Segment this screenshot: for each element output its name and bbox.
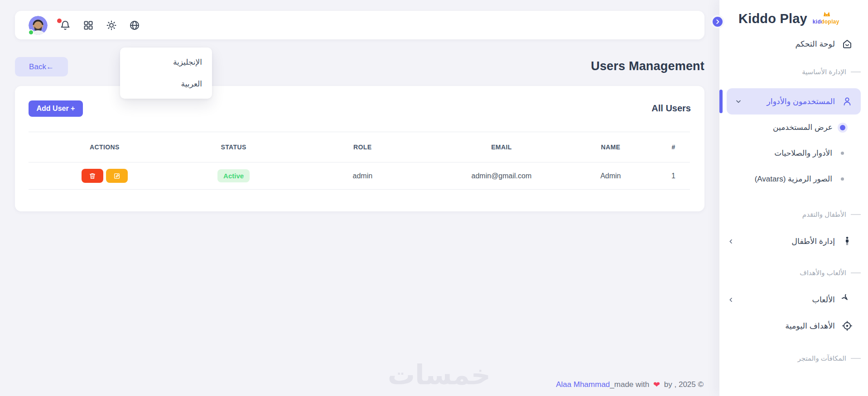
sidebar-item-label: الأهداف اليومية — [785, 321, 835, 331]
users-icon — [842, 96, 853, 107]
cell-email: admin@gmail.com — [439, 162, 564, 190]
cell-name: Admin — [564, 162, 657, 190]
trash-icon — [89, 172, 96, 180]
sidebar-item-label: الألعاب — [812, 295, 835, 305]
online-status-dot — [28, 29, 34, 35]
sidebar-item-users-roles[interactable]: المستخدمون والأدوار — [727, 88, 861, 115]
sidebar-item-label: لوحة التحكم — [795, 39, 835, 49]
bullet-dot — [841, 177, 844, 181]
sidebar-item-label: إدارة الأطفال — [791, 237, 835, 246]
language-option-english[interactable]: الإنجليزية — [120, 52, 212, 72]
section-divider-dash — [851, 358, 861, 359]
globe-icon — [129, 20, 140, 31]
sidebar-subitem-roles-permissions[interactable]: الأدوار والصلاحيات — [719, 140, 868, 166]
sidebar-section-children-progress: الأطفال والتقدم — [719, 210, 868, 219]
target-icon — [842, 320, 853, 331]
sidebar-item-dashboard[interactable]: لوحة التحكم — [719, 33, 868, 54]
header-role: ROLE — [286, 132, 439, 162]
users-table: # NAME EMAIL ROLE STATUS ACTIONS 1 Admin… — [29, 132, 690, 190]
chevron-down-icon — [735, 98, 742, 105]
sidebar-section-rewards-store: المكافآت والمتجر — [719, 354, 868, 363]
section-label: الأطفال والتقدم — [802, 210, 846, 219]
cell-role: admin — [286, 162, 439, 190]
khamsat-watermark: خمسات — [382, 359, 491, 391]
sidebar-subitem-label: عرض المستخدمين — [773, 123, 833, 132]
cell-actions — [29, 162, 181, 190]
language-globe-button[interactable] — [129, 20, 140, 31]
all-users-heading: All Users — [651, 103, 691, 114]
section-divider-dash — [851, 214, 861, 215]
heart-icon: ❤ — [651, 380, 662, 390]
theme-toggle-button[interactable] — [106, 20, 117, 31]
language-option-arabic[interactable]: العربية — [120, 74, 212, 95]
language-dropdown-menu: الإنجليزية العربية — [120, 48, 212, 99]
games-icon — [842, 294, 853, 305]
sidebar-subitem-view-users[interactable]: عرض المستخدمين — [719, 115, 868, 140]
footer-suffix-text: by , 2025 © — [662, 380, 704, 389]
page-title: Users Management — [591, 59, 704, 73]
section-label: المكافآت والمتجر — [798, 354, 846, 363]
sidebar-item-games[interactable]: الألعاب — [719, 289, 868, 310]
sidebar-item-label: المستخدمون والأدوار — [767, 97, 835, 106]
sidebar-item-daily-goals[interactable]: الأهداف اليومية — [719, 315, 868, 336]
logo-wordmark: kiddoplay — [813, 19, 839, 25]
table-row: 1 Admin admin@gmail.com admin Active — [29, 162, 690, 190]
section-divider-dash — [851, 272, 861, 273]
header-actions: ACTIONS — [29, 132, 181, 162]
sidebar-nav: لوحة التحكم الإدارة الأساسية المستخدمون … — [719, 33, 868, 363]
home-icon — [842, 38, 853, 49]
footer-credit: Alaa Mhammad_made with ❤ by , 2025 © — [556, 380, 704, 390]
footer-made-with-text: _made with — [610, 380, 651, 389]
chevron-right-icon — [714, 19, 721, 25]
sidebar: Kiddo Play kiddoplay لوحة التحكم — [719, 0, 868, 396]
users-table-card: Add User + All Users # NAME EMAIL ROLE S… — [15, 86, 704, 211]
active-bullet-dot — [840, 125, 845, 130]
back-button[interactable]: Back← — [15, 57, 68, 76]
sidebar-subitem-avatars[interactable]: الصور الرمزية (Avatars) — [719, 166, 868, 192]
active-indicator-bar — [719, 90, 723, 113]
apps-grid-button[interactable] — [83, 20, 94, 31]
sidebar-active-item-wrap: المستخدمون والأدوار — [719, 88, 868, 115]
table-header-row: # NAME EMAIL ROLE STATUS ACTIONS — [29, 132, 690, 162]
sidebar-subitem-label: الأدوار والصلاحيات — [774, 148, 832, 158]
grid-icon — [83, 20, 94, 31]
section-divider-dash — [851, 72, 861, 72]
header-email: EMAIL — [439, 132, 564, 162]
delete-user-button[interactable] — [82, 169, 103, 183]
child-icon — [842, 236, 853, 247]
kiddoplay-logo: kiddoplay — [813, 12, 841, 26]
edit-pencil-icon — [113, 172, 121, 180]
brand-row: Kiddo Play kiddoplay — [738, 11, 868, 26]
sidebar-section-core-admin: الإدارة الأساسية — [719, 68, 868, 76]
notification-badge-dot — [57, 19, 62, 23]
users-table-wrapper: # NAME EMAIL ROLE STATUS ACTIONS 1 Admin… — [29, 132, 690, 190]
sidebar-collapse-button[interactable] — [711, 15, 724, 29]
chevron-left-icon — [728, 296, 734, 303]
notifications-bell-button[interactable] — [60, 20, 71, 31]
sun-icon — [106, 20, 117, 31]
user-avatar[interactable] — [29, 16, 48, 35]
main-content-area: الإنجليزية العربية Back← Users Managemen… — [0, 0, 719, 396]
brand-title: Kiddo Play — [738, 11, 807, 26]
header-name: NAME — [564, 132, 657, 162]
section-label: الألعاب والأهداف — [800, 269, 846, 277]
header-index: # — [657, 132, 690, 162]
add-user-button[interactable]: Add User + — [29, 100, 83, 117]
header-status: STATUS — [181, 132, 287, 162]
logo-mascot-icon — [823, 11, 831, 17]
cell-index: 1 — [657, 162, 690, 190]
section-label: الإدارة الأساسية — [802, 68, 846, 76]
author-link[interactable]: Alaa Mhammad — [556, 380, 610, 389]
top-header-bar — [15, 11, 704, 39]
cell-status: Active — [181, 162, 287, 190]
sidebar-subitem-label: الصور الرمزية (Avatars) — [755, 174, 832, 184]
sidebar-item-children-management[interactable]: إدارة الأطفال — [719, 231, 868, 252]
bullet-dot — [841, 152, 844, 155]
chevron-left-icon — [728, 238, 734, 245]
sidebar-section-games-goals: الألعاب والأهداف — [719, 269, 868, 277]
status-badge: Active — [217, 169, 250, 182]
edit-user-button[interactable] — [106, 169, 128, 183]
